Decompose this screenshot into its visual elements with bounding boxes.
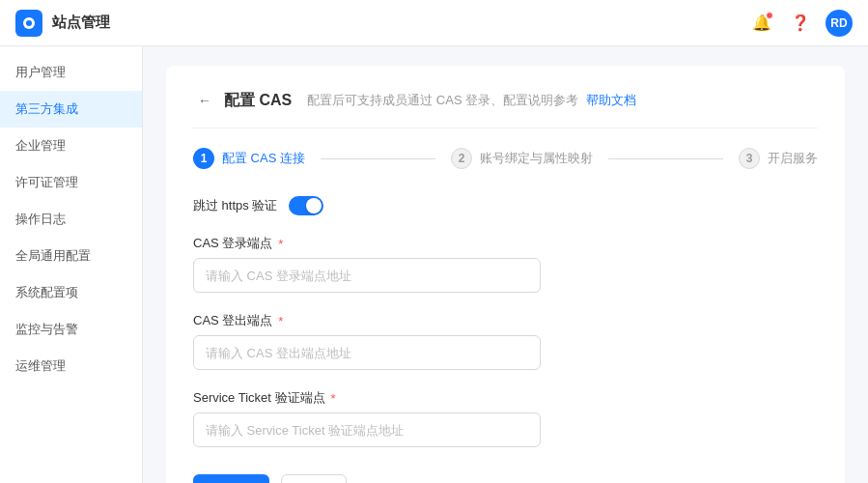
logout-endpoint-label: CAS 登出端点 [193, 312, 272, 329]
sidebar-item-audit-log[interactable]: 操作日志 [0, 201, 142, 238]
content-card: ← 配置 CAS 配置后可支持成员通过 CAS 登录、配置说明参考 帮助文档 1… [166, 66, 845, 483]
page-header: ← 配置 CAS 配置后可支持成员通过 CAS 登录、配置说明参考 帮助文档 [193, 89, 818, 128]
toggle-knob [306, 198, 322, 213]
main-content: ← 配置 CAS 配置后可支持成员通过 CAS 登录、配置说明参考 帮助文档 1… [143, 46, 868, 483]
next-button[interactable]: 下一步 [193, 474, 269, 483]
logout-endpoint-input[interactable] [193, 335, 541, 370]
service-ticket-section: Service Ticket 验证端点 * [193, 389, 818, 447]
topbar-right: 🔔 ❓ RD [748, 10, 853, 37]
logout-endpoint-section: CAS 登出端点 * [193, 312, 818, 370]
steps-indicator: 1 配置 CAS 连接 2 账号绑定与属性映射 3 开启服务 [193, 148, 818, 169]
cancel-button[interactable]: 取消 [281, 474, 347, 483]
step-2: 2 账号绑定与属性映射 [451, 148, 593, 169]
login-endpoint-input[interactable] [193, 258, 541, 293]
service-ticket-input[interactable] [193, 412, 541, 447]
service-ticket-required: * [331, 391, 336, 406]
service-ticket-label-row: Service Ticket 验证端点 * [193, 389, 818, 407]
toggle-row: 跳过 https 验证 [193, 196, 818, 215]
toggle-label: 跳过 https 验证 [193, 197, 277, 214]
layout: 用户管理 第三方集成 企业管理 许可证管理 操作日志 全局通用配置 系统配置项 … [0, 46, 868, 483]
login-endpoint-section: CAS 登录端点 * [193, 235, 818, 293]
svg-point-1 [26, 20, 32, 26]
step-1-label: 配置 CAS 连接 [222, 150, 305, 167]
topbar: 站点管理 🔔 ❓ RD [0, 0, 868, 46]
sidebar-item-third-party[interactable]: 第三方集成 [0, 91, 142, 128]
step-line-1 [321, 158, 435, 159]
step-3: 3 开启服务 [739, 148, 818, 169]
step-1-circle: 1 [193, 148, 214, 169]
app-logo [15, 10, 42, 37]
sidebar-item-system-config[interactable]: 系统配置项 [0, 274, 142, 311]
step-2-label: 账号绑定与属性映射 [480, 150, 593, 167]
notification-badge [766, 12, 773, 19]
page-description: 配置后可支持成员通过 CAS 登录、配置说明参考 [307, 92, 578, 109]
help-link[interactable]: 帮助文档 [586, 92, 636, 109]
sidebar: 用户管理 第三方集成 企业管理 许可证管理 操作日志 全局通用配置 系统配置项 … [0, 46, 143, 483]
step-2-circle: 2 [451, 148, 472, 169]
step-1: 1 配置 CAS 连接 [193, 148, 305, 169]
sidebar-item-user-management[interactable]: 用户管理 [0, 54, 142, 91]
step-line-2 [608, 158, 723, 159]
sidebar-item-global-config[interactable]: 全局通用配置 [0, 238, 142, 274]
avatar[interactable]: RD [826, 10, 853, 37]
logout-endpoint-required: * [278, 314, 283, 328]
login-endpoint-label-row: CAS 登录端点 * [193, 235, 818, 252]
sidebar-item-monitoring[interactable]: 监控与告警 [0, 311, 142, 348]
sidebar-item-license[interactable]: 许可证管理 [0, 164, 142, 201]
button-row: 下一步 取消 [193, 474, 818, 483]
notification-button[interactable]: 🔔 [748, 10, 775, 37]
sidebar-item-ops[interactable]: 运维管理 [0, 348, 142, 384]
page-title: 配置 CAS [224, 91, 292, 111]
help-button[interactable]: ❓ [787, 10, 814, 37]
https-toggle[interactable] [289, 196, 323, 215]
service-ticket-label: Service Ticket 验证端点 [193, 389, 325, 407]
step-3-circle: 3 [739, 148, 760, 169]
login-endpoint-label: CAS 登录端点 [193, 235, 272, 252]
logout-endpoint-label-row: CAS 登出端点 * [193, 312, 818, 329]
step-3-label: 开启服务 [768, 150, 818, 167]
back-button[interactable]: ← [193, 89, 216, 112]
sidebar-item-enterprise[interactable]: 企业管理 [0, 128, 142, 164]
app-title: 站点管理 [52, 14, 110, 32]
login-endpoint-required: * [278, 237, 283, 251]
topbar-left: 站点管理 [15, 10, 110, 37]
